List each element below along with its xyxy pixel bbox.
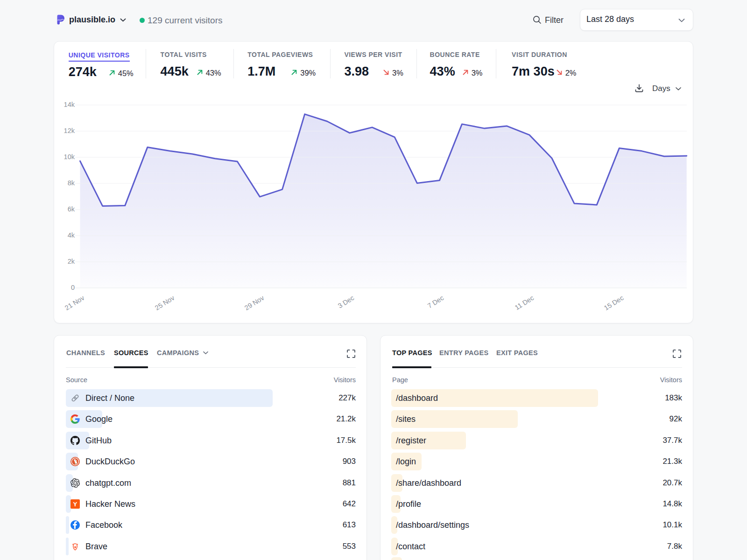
svg-text:Y: Y xyxy=(73,501,78,508)
